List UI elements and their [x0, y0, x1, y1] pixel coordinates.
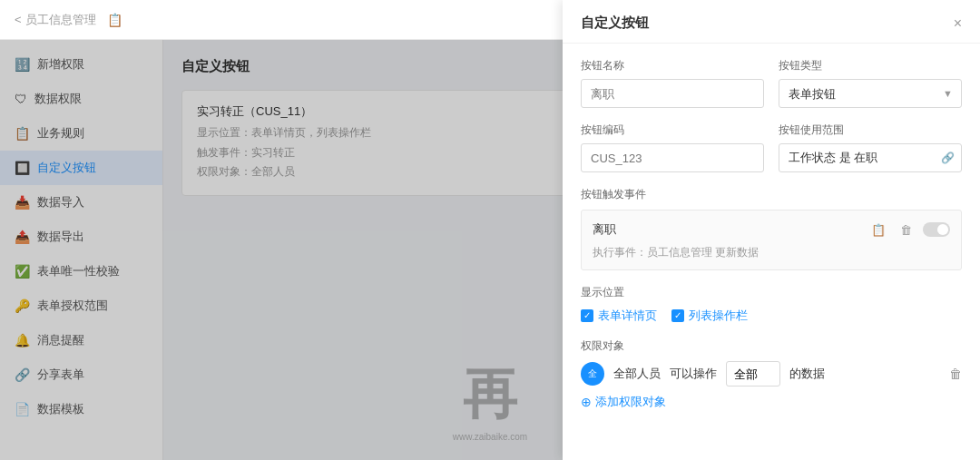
form-group-code: 按钮编码	[581, 122, 764, 172]
display-label: 显示位置	[581, 285, 962, 300]
trigger-label: 按钮触发事件	[581, 187, 962, 202]
checkbox-row: 表单详情页 列表操作栏	[581, 308, 962, 324]
permission-section: 权限对象 全 全部人员 可以操作 全部 的数据 🗑 ⊕ 添加权限对象	[581, 338, 962, 410]
back-button[interactable]: < 员工信息管理	[15, 12, 96, 28]
trigger-toggle[interactable]	[923, 222, 950, 237]
perm-label: 权限对象	[581, 338, 962, 354]
button-name-input[interactable]	[581, 79, 764, 108]
custom-button-panel: 自定义按钮 × 按钮名称 按钮类型 表单按钮 ▼ 按钮编码	[563, 0, 980, 460]
perm-action: 可以操作	[670, 366, 717, 382]
display-section: 显示位置 表单详情页 列表操作栏	[581, 285, 962, 324]
perm-delete-button[interactable]: 🗑	[949, 367, 962, 381]
range-value[interactable]: 工作状态 是 在职	[779, 143, 962, 172]
panel-title: 自定义按钮	[581, 15, 649, 32]
panel-header: 自定义按钮 ×	[563, 0, 980, 44]
add-perm-label: 添加权限对象	[595, 394, 666, 410]
perm-row: 全 全部人员 可以操作 全部 的数据 🗑	[581, 361, 962, 387]
form-group-name: 按钮名称	[581, 58, 764, 108]
checkbox-list-action-label: 列表操作栏	[689, 308, 748, 324]
trigger-box: 离职 📋 🗑 执行事件：员工信息管理 更新数据	[581, 210, 962, 270]
name-label: 按钮名称	[581, 58, 764, 73]
type-label: 按钮类型	[779, 58, 962, 73]
range-link-icon[interactable]: 🔗	[941, 152, 955, 164]
checkbox-form-detail-icon	[581, 309, 593, 322]
edit-icon[interactable]: 📋	[107, 13, 122, 27]
checkbox-list-action[interactable]: 列表操作栏	[671, 308, 748, 324]
range-input-wrapper: 工作状态 是 在职 🔗	[779, 143, 962, 172]
panel-body: 按钮名称 按钮类型 表单按钮 ▼ 按钮编码 按钮使用范围	[563, 44, 980, 436]
perm-name: 全部人员	[613, 366, 661, 382]
code-label: 按钮编码	[581, 122, 764, 138]
form-group-type: 按钮类型 表单按钮 ▼	[779, 58, 962, 108]
trigger-name: 离职	[593, 221, 861, 238]
form-row-name-type: 按钮名称 按钮类型 表单按钮 ▼	[581, 58, 962, 108]
perm-scope-wrapper: 全部	[726, 361, 780, 387]
button-code-input[interactable]	[581, 143, 764, 172]
nav-title: 员工信息管理	[25, 12, 96, 28]
form-row-code-range: 按钮编码 按钮使用范围 工作状态 是 在职 🔗	[581, 122, 962, 172]
add-perm-icon: ⊕	[581, 395, 592, 409]
perm-avatar: 全	[581, 362, 604, 386]
form-group-range: 按钮使用范围 工作状态 是 在职 🔗	[779, 122, 962, 172]
range-label: 按钮使用范围	[779, 122, 962, 138]
perm-suffix: 的数据	[789, 366, 825, 382]
add-perm-button[interactable]: ⊕ 添加权限对象	[581, 394, 962, 410]
button-type-select[interactable]: 表单按钮	[779, 79, 962, 108]
checkbox-form-detail-label: 表单详情页	[598, 308, 657, 324]
trigger-delete-icon[interactable]: 🗑	[896, 220, 916, 240]
checkbox-list-action-icon	[671, 309, 684, 322]
back-icon: <	[15, 13, 22, 26]
trigger-copy-icon[interactable]: 📋	[868, 220, 888, 240]
trigger-top: 离职 📋 🗑	[593, 220, 950, 240]
trigger-sub: 执行事件：员工信息管理 更新数据	[593, 245, 950, 260]
checkbox-form-detail[interactable]: 表单详情页	[581, 308, 657, 324]
trigger-section: 按钮触发事件 离职 📋 🗑 执行事件：员工信息管理 更新数据	[581, 187, 962, 270]
type-select-wrapper: 表单按钮 ▼	[779, 79, 962, 108]
perm-scope-select[interactable]: 全部	[726, 361, 780, 387]
panel-close-button[interactable]: ×	[954, 15, 962, 32]
